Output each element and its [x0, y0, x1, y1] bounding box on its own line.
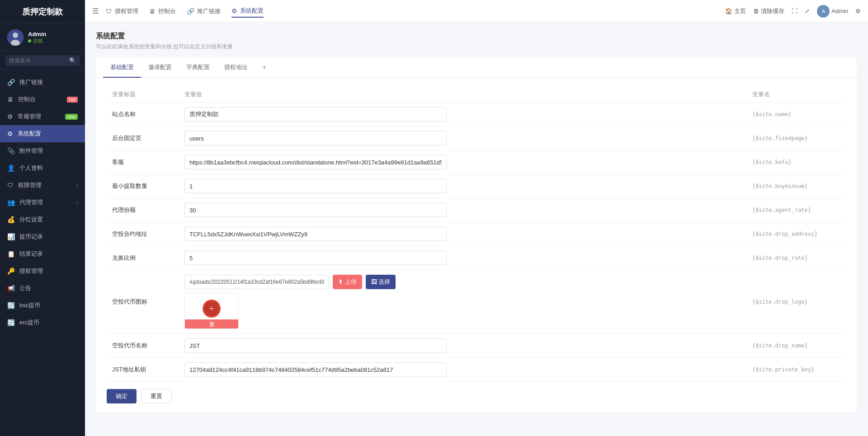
- user-info: Admin 在线: [28, 31, 46, 44]
- search-input[interactable]: [5, 55, 80, 66]
- row-value[interactable]: [179, 358, 747, 382]
- row-value[interactable]: [179, 127, 747, 150]
- row-value[interactable]: [179, 198, 747, 222]
- svg-point-1: [13, 33, 18, 38]
- form-body: 变量标题 变量值 变量名 站点名称{$site.name}后台固定页{$site…: [96, 78, 857, 413]
- chart-icon: 📊: [7, 233, 15, 240]
- sidebar-item-xitong[interactable]: ⚙ 系统配置: [0, 125, 85, 142]
- row-value[interactable]: [179, 174, 747, 198]
- menu-toggle-icon[interactable]: ☰: [92, 7, 99, 15]
- value-input[interactable]: [184, 338, 447, 353]
- sidebar-item-tibi[interactable]: 📊 提币记录: [0, 228, 85, 245]
- value-input[interactable]: [184, 131, 447, 145]
- sidebar-item-label: 提币记录: [19, 233, 78, 241]
- row-varname: {$site.drop_address}: [747, 222, 846, 246]
- clear-cache-button[interactable]: 🗑 清除缓存: [753, 7, 784, 15]
- sidebar: 质押定制款 Admin 在线 🔍 🔗 推广链接 🖥 控制台 hot: [0, 0, 85, 436]
- nav-shouquan[interactable]: 🛡 授权管理: [106, 5, 138, 17]
- value-input[interactable]: [184, 203, 447, 217]
- sidebar-item-label: 结算记录: [19, 250, 78, 258]
- row-label: 空投代币名称: [107, 334, 179, 358]
- row-varname: {$site.buyminnum}: [747, 174, 846, 198]
- fullscreen-icon: ⛶: [792, 8, 797, 14]
- transfer-icon: 🔄: [7, 302, 15, 309]
- sidebar-item-erc[interactable]: 🔄 erc提币: [0, 314, 85, 331]
- sidebar-item-daili[interactable]: 👥 代理管理 ›: [0, 194, 85, 211]
- sidebar-item-label: 附件管理: [19, 147, 78, 155]
- value-input[interactable]: [184, 107, 447, 122]
- row-label: 兑换比例: [107, 246, 179, 270]
- tab-shouquan[interactable]: 授权地址: [217, 58, 255, 78]
- trash-icon: 🗑: [753, 8, 759, 14]
- row-varname: {$site.private_key}: [747, 358, 846, 382]
- select-button[interactable]: 🖼 选择: [366, 275, 396, 289]
- tab-yaoqing[interactable]: 邀请配置: [141, 58, 179, 78]
- username: Admin: [28, 31, 46, 38]
- hot-badge: hot: [67, 97, 78, 103]
- value-input[interactable]: [184, 155, 447, 169]
- value-input[interactable]: [184, 251, 447, 265]
- sidebar-item-fenhong[interactable]: 💰 分红设置: [0, 211, 85, 228]
- tab-zidian[interactable]: 字典配置: [179, 58, 217, 78]
- svg-text:÷: ÷: [209, 304, 214, 313]
- tabs: 基础配置 邀请配置 字典配置 授权地址 +: [96, 58, 857, 78]
- shield-icon: 🛡: [7, 182, 14, 189]
- expand-icon: ⤢: [805, 8, 810, 14]
- sidebar-item-geren[interactable]: 👤 个人资料: [0, 159, 85, 177]
- user-profile: Admin 在线: [0, 24, 85, 52]
- sidebar-item-shouquan[interactable]: 🔑 授权管理: [0, 263, 85, 280]
- nav-tuiguang[interactable]: 🔗 推广链接: [187, 5, 221, 17]
- image-delete-bar[interactable]: 🗑: [185, 319, 238, 328]
- sidebar-item-label: erc提币: [19, 319, 78, 327]
- sidebar-item-label: 代理管理: [19, 198, 76, 206]
- sidebar-item-gonggao[interactable]: 📢 公告: [0, 280, 85, 297]
- row-value[interactable]: [179, 103, 747, 127]
- home-label: 主页: [734, 7, 746, 15]
- sidebar-item-kongzhitai[interactable]: 🖥 控制台 hot: [0, 91, 85, 108]
- user-menu[interactable]: A Admin: [817, 5, 848, 18]
- sidebar-item-bsc[interactable]: 🔄 bsc提币: [0, 297, 85, 314]
- sidebar-item-label: 公告: [19, 284, 78, 292]
- file-path-input[interactable]: [184, 275, 329, 289]
- brand: 质押定制款: [0, 0, 85, 24]
- value-input[interactable]: [184, 179, 447, 193]
- row-value[interactable]: [179, 150, 747, 174]
- sidebar-item-changgui[interactable]: ⚙ 常规管理 new: [0, 108, 85, 125]
- sidebar-search-wrap: 🔍: [0, 52, 85, 70]
- gear-icon: ⚙: [855, 8, 861, 14]
- sidebar-item-label: 个人资料: [19, 164, 78, 172]
- value-input[interactable]: [184, 362, 447, 377]
- value-input[interactable]: [184, 227, 447, 241]
- sidebar-item-tuiguang[interactable]: 🔗 推广链接: [0, 74, 85, 91]
- tab-add[interactable]: +: [255, 58, 274, 77]
- row-value[interactable]: ⬆ 上传🖼 选择 ÷ 🗑: [179, 270, 747, 334]
- fullscreen-button[interactable]: ⛶: [792, 8, 797, 14]
- page-title: 系统配置: [96, 32, 857, 41]
- home-button[interactable]: 🏠 主页: [725, 7, 746, 15]
- reset-button[interactable]: 重置: [141, 389, 172, 403]
- expand-button[interactable]: ⤢: [805, 8, 810, 14]
- sidebar-item-fujian[interactable]: 📎 附件管理: [0, 142, 85, 159]
- nav-xitong[interactable]: ⚙ 系统配置: [231, 5, 264, 18]
- settings-icon: ⚙: [7, 130, 13, 137]
- main-wrap: ☰ 🛡 授权管理 🖥 控制台 🔗 推广链接 ⚙ 系统配置 🏠 主页: [85, 0, 868, 436]
- col-value-header: 变量值: [179, 87, 747, 103]
- row-value[interactable]: [179, 334, 747, 358]
- people-icon: 👥: [7, 199, 15, 206]
- confirm-button[interactable]: 确定: [107, 389, 137, 403]
- sidebar-item-jiesuan[interactable]: 📋 结算记录: [0, 245, 85, 263]
- row-label: 客服: [107, 150, 179, 174]
- tab-jichu[interactable]: 基础配置: [103, 58, 141, 78]
- upload-button[interactable]: ⬆ 上传: [333, 275, 362, 289]
- row-value[interactable]: [179, 246, 747, 270]
- sidebar-item-quanxian[interactable]: 🛡 权限管理 ›: [0, 177, 85, 194]
- settings-button[interactable]: ⚙: [855, 8, 861, 14]
- row-varname: {$site.drop_logo}: [747, 270, 846, 334]
- row-value[interactable]: [179, 222, 747, 246]
- link-icon: 🔗: [7, 79, 15, 86]
- chevron-right-icon: ›: [76, 200, 78, 205]
- monitor-icon: 🖥: [7, 96, 14, 103]
- nav-kongzhi[interactable]: 🖥 控制台: [149, 5, 176, 17]
- transfer2-icon: 🔄: [7, 319, 15, 326]
- row-varname: {$site.name}: [747, 103, 846, 127]
